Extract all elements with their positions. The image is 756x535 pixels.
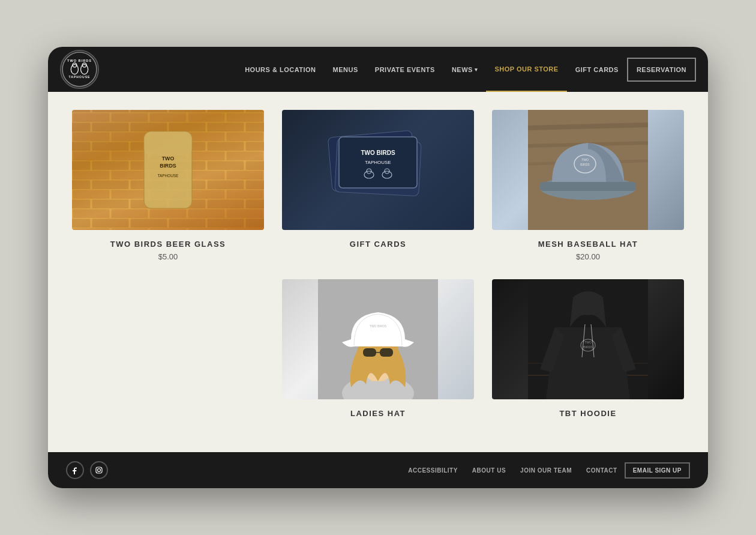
- footer-contact[interactable]: CONTACT: [579, 467, 625, 474]
- svg-text:TWO BIRDS: TWO BIRDS: [67, 59, 92, 62]
- logo-area[interactable]: TWO BIRDS TAPHOUSE: [60, 50, 132, 89]
- product-mesh-hat-title: MESH BASEBALL HAT: [538, 240, 638, 249]
- svg-point-54: [101, 468, 101, 468]
- nav-giftcards[interactable]: GIFT CARDS: [567, 47, 627, 92]
- footer-links: ACCESSIBILITY ABOUT US JOIN OUR TEAM CON…: [401, 462, 690, 479]
- svg-text:TWO BIRDS: TWO BIRDS: [361, 150, 395, 156]
- product-ladies-hat-title: LADIES HAT: [350, 409, 406, 418]
- nav-hours[interactable]: HOURS & LOCATION: [236, 47, 324, 92]
- footer-about[interactable]: ABOUT US: [465, 467, 513, 474]
- svg-text:BIRDS: BIRDS: [580, 163, 590, 166]
- nav-links: HOURS & LOCATION MENUS PRIVATE EVENTS NE…: [236, 47, 696, 92]
- svg-point-0: [62, 52, 97, 86]
- svg-rect-32: [540, 182, 636, 191]
- brand-logo: TWO BIRDS TAPHOUSE: [60, 50, 99, 89]
- svg-rect-41: [380, 348, 393, 357]
- product-hoodie[interactable]: TWO BIRDS TBT HOODIE: [492, 279, 684, 422]
- products-grid-row1: TWO BIRDS TAPHOUSE TWO BIRDS BEER GLASS …: [72, 110, 684, 261]
- product-beer-glass-image: TWO BIRDS TAPHOUSE: [72, 110, 264, 230]
- footer-join[interactable]: JOIN OUR TEAM: [513, 467, 579, 474]
- product-hoodie-image: TWO BIRDS: [492, 279, 684, 399]
- product-ladies-hat[interactable]: TWO BIRDS LADIES HAT: [282, 279, 474, 422]
- svg-text:BIRDS: BIRDS: [160, 163, 176, 169]
- reservation-button[interactable]: RESERVATION: [627, 58, 696, 82]
- nav-events[interactable]: PRIVATE EVENTS: [367, 47, 443, 92]
- footer-accessibility[interactable]: ACCESSIBILITY: [401, 467, 465, 474]
- product-gift-cards-title: GIFT CARDS: [350, 240, 406, 249]
- svg-text:TAPHOUSE: TAPHOUSE: [69, 75, 91, 79]
- nav-bar: TWO BIRDS TAPHOUSE HOURS & LOCATION MENU…: [48, 47, 708, 92]
- product-beer-glass-title: TWO BIRDS BEER GLASS: [110, 240, 226, 249]
- product-mesh-hat-image: TWO BIRDS: [492, 110, 684, 230]
- news-chevron-icon: ▾: [475, 67, 478, 73]
- main-content: TWO BIRDS TAPHOUSE TWO BIRDS BEER GLASS …: [48, 92, 708, 452]
- svg-text:TWO: TWO: [162, 156, 175, 162]
- facebook-icon[interactable]: [66, 461, 84, 479]
- product-beer-glass-price: $5.00: [158, 252, 178, 261]
- footer: ACCESSIBILITY ABOUT US JOIN OUR TEAM CON…: [48, 452, 708, 488]
- products-grid-row2: TWO BIRDS LADIES HAT: [72, 279, 684, 422]
- svg-text:TWO: TWO: [581, 158, 589, 162]
- svg-rect-40: [363, 348, 376, 357]
- laptop-frame: TWO BIRDS TAPHOUSE HOURS & LOCATION MENU…: [48, 47, 708, 488]
- svg-text:TWO BIRDS: TWO BIRDS: [370, 324, 387, 328]
- product-hoodie-title: TBT HOODIE: [559, 409, 616, 418]
- footer-social: [66, 461, 108, 479]
- product-mesh-hat-price: $20.00: [576, 252, 600, 261]
- nav-news[interactable]: NEWS▾: [443, 47, 487, 92]
- product-mesh-hat[interactable]: TWO BIRDS MESH BASEBALL HAT $20.00: [492, 110, 684, 261]
- instagram-icon[interactable]: [90, 461, 108, 479]
- nav-shop[interactable]: SHOP OUR STORE: [486, 47, 566, 92]
- product-gift-cards[interactable]: TWO BIRDS TAPHOUSE GIFT CARDS: [282, 110, 474, 261]
- svg-text:TAPHOUSE: TAPHOUSE: [158, 174, 179, 178]
- svg-text:TAPHOUSE: TAPHOUSE: [365, 160, 391, 165]
- svg-point-53: [98, 469, 101, 472]
- svg-text:TWO: TWO: [584, 340, 592, 344]
- svg-text:BIRDS: BIRDS: [583, 345, 593, 349]
- nav-menus[interactable]: MENUS: [325, 47, 367, 92]
- product-gift-cards-image: TWO BIRDS TAPHOUSE: [282, 110, 474, 230]
- svg-rect-14: [144, 131, 192, 156]
- email-signup-button[interactable]: EMAIL SIGN UP: [625, 462, 690, 479]
- svg-line-28: [528, 125, 648, 128]
- product-beer-glass[interactable]: TWO BIRDS TAPHOUSE TWO BIRDS BEER GLASS …: [72, 110, 264, 261]
- product-ladies-hat-image: TWO BIRDS: [282, 279, 474, 399]
